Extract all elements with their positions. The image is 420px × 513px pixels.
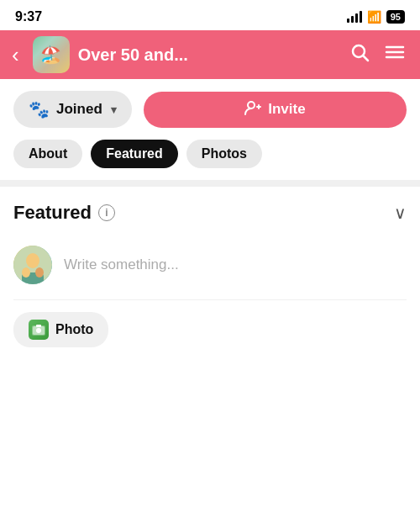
- search-icon[interactable]: [346, 39, 373, 71]
- invite-icon: [244, 100, 261, 119]
- svg-point-9: [26, 253, 39, 268]
- featured-title: Featured: [13, 202, 92, 224]
- joined-button[interactable]: 🐾 Joined ▾: [13, 91, 132, 128]
- action-row: 🐾 Joined ▾ Invite: [0, 79, 420, 140]
- svg-line-1: [364, 56, 369, 61]
- back-button[interactable]: ‹: [12, 40, 24, 69]
- wifi-icon: 📶: [367, 10, 381, 24]
- write-input[interactable]: Write something...: [64, 256, 179, 273]
- svg-point-11: [22, 267, 30, 278]
- status-time: 9:37: [15, 9, 42, 24]
- info-icon[interactable]: i: [98, 204, 115, 221]
- status-icons: 📶 95: [347, 10, 405, 24]
- featured-title-row: Featured i: [13, 202, 115, 224]
- joined-icon: 🐾: [29, 99, 50, 119]
- write-row: Write something...: [13, 239, 407, 300]
- group-avatar-image: 🏖️: [33, 36, 70, 73]
- tab-featured[interactable]: Featured: [91, 140, 178, 168]
- tab-row: About Featured Photos: [0, 140, 420, 180]
- svg-point-5: [248, 102, 255, 108]
- photo-icon: [29, 320, 49, 340]
- menu-icon[interactable]: [381, 40, 408, 69]
- featured-header: Featured i ∨: [13, 202, 407, 224]
- status-bar: 9:37 📶 95: [0, 0, 420, 30]
- battery-indicator: 95: [386, 10, 405, 24]
- section-divider: [0, 180, 420, 187]
- user-avatar: [13, 246, 52, 284]
- tab-about[interactable]: About: [13, 140, 82, 168]
- tab-photos[interactable]: Photos: [186, 140, 262, 168]
- chevron-down-icon: ▾: [111, 103, 117, 116]
- svg-point-15: [36, 328, 41, 333]
- group-avatar: 🏖️: [33, 36, 70, 73]
- svg-rect-16: [36, 325, 41, 327]
- invite-label: Invite: [268, 101, 305, 118]
- group-title: Over 50 and...: [78, 45, 338, 65]
- photo-button[interactable]: Photo: [13, 312, 108, 347]
- joined-label: Joined: [56, 101, 102, 118]
- signal-icon: [347, 11, 362, 23]
- featured-section: Featured i ∨ Write something...: [0, 187, 420, 347]
- photo-label: Photo: [55, 322, 93, 337]
- invite-button[interactable]: Invite: [144, 92, 407, 128]
- nav-bar: ‹ 🏖️ Over 50 and...: [0, 30, 420, 79]
- collapse-chevron-icon[interactable]: ∨: [394, 203, 407, 223]
- svg-point-12: [35, 267, 44, 278]
- photo-row: Photo: [13, 300, 407, 347]
